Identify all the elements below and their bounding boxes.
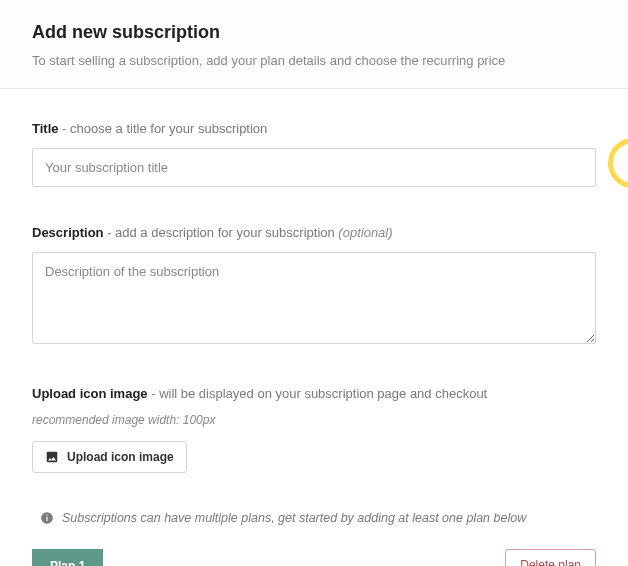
title-label-strong: Title [32,121,59,136]
info-row: Subscriptions can have multiple plans, g… [0,491,628,549]
delete-plan-button[interactable]: Delete plan [505,549,596,566]
plan-tab-1[interactable]: Plan 1 [32,549,103,566]
upload-label-strong: Upload icon image [32,386,148,401]
upload-recommended-text: recommended image width: 100px [32,413,596,427]
info-icon [40,511,54,525]
title-input[interactable] [32,148,596,187]
page-title: Add new subscription [32,22,596,43]
description-label: Description - add a description for your… [32,225,596,240]
page-subtitle: To start selling a subscription, add you… [32,53,596,68]
title-label: Title - choose a title for your subscrip… [32,121,596,136]
svg-rect-2 [46,515,47,516]
info-text: Subscriptions can have multiple plans, g… [62,511,526,525]
upload-button-label: Upload icon image [67,450,174,464]
title-label-hint: - choose a title for your subscription [59,121,268,136]
svg-rect-1 [46,517,47,521]
form-content: Title - choose a title for your subscrip… [0,89,628,473]
description-label-strong: Description [32,225,104,240]
plan-bar: Plan 1 Delete plan [0,549,628,566]
description-label-hint: - add a description for your subscriptio… [104,225,339,240]
description-textarea[interactable] [32,252,596,344]
title-field-group: Title - choose a title for your subscrip… [32,121,596,187]
description-label-optional: (optional) [338,225,392,240]
page-header: Add new subscription To start selling a … [0,0,628,89]
image-icon [45,450,59,464]
upload-label: Upload icon image - will be displayed on… [32,386,596,401]
upload-label-hint: - will be displayed on your subscription… [148,386,488,401]
upload-field-group: Upload icon image - will be displayed on… [32,386,596,473]
upload-icon-button[interactable]: Upload icon image [32,441,187,473]
description-field-group: Description - add a description for your… [32,225,596,348]
